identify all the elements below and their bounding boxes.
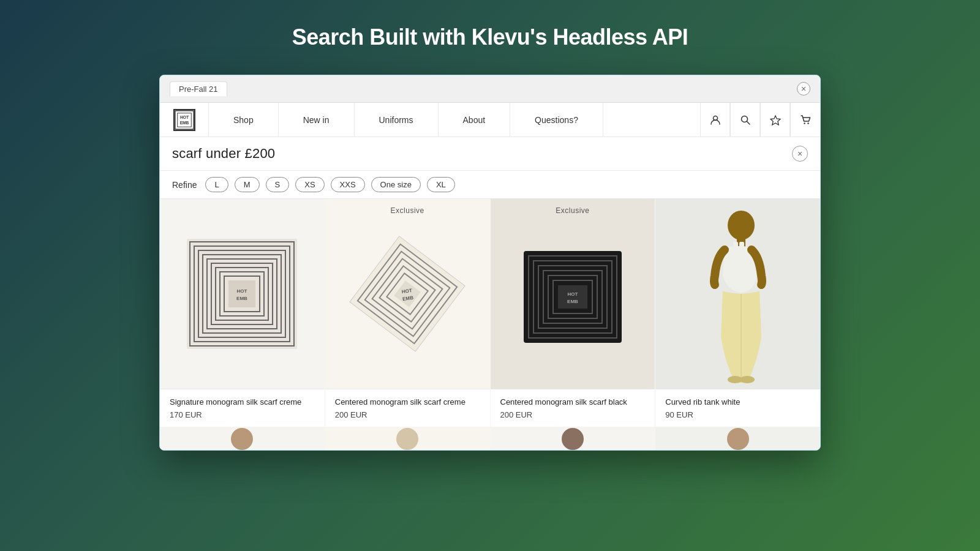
search-icon-button[interactable] bbox=[731, 103, 760, 137]
svg-text:EMB: EMB bbox=[567, 299, 578, 304]
product-name-2: Centered monogram silk scarf creme bbox=[335, 397, 480, 408]
filter-bar: Refine L M S XS XXS One size XL bbox=[160, 171, 820, 199]
product-image-3: Exclusive HOT EMB bbox=[491, 199, 655, 389]
search-query-text: scarf under £200 bbox=[172, 146, 275, 162]
wishlist-icon-button[interactable] bbox=[761, 103, 790, 137]
product-price-4: 90 EUR bbox=[665, 410, 810, 419]
browser-tab: Pre-Fall 21 bbox=[170, 81, 227, 96]
product-price-3: 200 EUR bbox=[500, 410, 646, 419]
filter-label: Refine bbox=[172, 180, 197, 190]
svg-text:HOT: HOT bbox=[180, 115, 189, 119]
nav-item-shop[interactable]: Shop bbox=[209, 103, 279, 137]
svg-line-6 bbox=[747, 121, 750, 124]
svg-text:EMB: EMB bbox=[179, 120, 189, 124]
svg-point-8 bbox=[804, 122, 805, 124]
nav-item-questions[interactable]: Questions? bbox=[510, 103, 603, 137]
user-icon-button[interactable] bbox=[701, 103, 730, 137]
product-card-2[interactable]: Exclusive HOT EMB Centered monogram silk… bbox=[325, 199, 490, 427]
product-card-4[interactable]: Curved rib tank white 90 EUR bbox=[655, 199, 820, 427]
svg-text:HOT: HOT bbox=[567, 291, 578, 297]
svg-text:HOT: HOT bbox=[237, 288, 247, 294]
product-info-4: Curved rib tank white 90 EUR bbox=[655, 389, 820, 427]
browser-window: Pre-Fall 21 × HOT EMB Shop New in Uni bbox=[159, 75, 821, 451]
avatar-circle-3 bbox=[562, 428, 584, 450]
nav-logo[interactable]: HOT EMB bbox=[160, 103, 209, 137]
filter-chip-l[interactable]: L bbox=[205, 177, 228, 192]
product-info-1: Signature monogram silk scarf creme 170 … bbox=[160, 389, 325, 427]
svg-rect-39 bbox=[558, 285, 587, 309]
product-price-2: 200 EUR bbox=[335, 410, 480, 419]
exclusive-badge-2: Exclusive bbox=[325, 206, 490, 215]
product-name-4: Curved rib tank white bbox=[665, 397, 810, 408]
avatar-circle-1 bbox=[231, 428, 253, 450]
page-title: Search Built with Klevu's Headless API bbox=[292, 24, 688, 50]
bottom-row bbox=[160, 427, 820, 450]
filter-chip-xl[interactable]: XL bbox=[427, 177, 455, 192]
product-card-3[interactable]: Exclusive HOT EMB Centered monogram silk bbox=[491, 199, 655, 427]
filter-chip-xxs[interactable]: XXS bbox=[331, 177, 365, 192]
filter-chip-s[interactable]: S bbox=[266, 177, 290, 192]
product-name-3: Centered monogram silk scarf black bbox=[500, 397, 646, 408]
bottom-avatar-1 bbox=[160, 427, 325, 450]
nav-item-uniforms[interactable]: Uniforms bbox=[355, 103, 439, 137]
browser-close-button[interactable]: × bbox=[797, 82, 810, 96]
svg-rect-46 bbox=[739, 242, 744, 251]
product-price-1: 170 EUR bbox=[170, 410, 315, 419]
nav-item-about[interactable]: About bbox=[439, 103, 511, 137]
nav-items: Shop New in Uniforms About Questions? bbox=[209, 103, 700, 137]
avatar-circle-4 bbox=[727, 428, 749, 450]
bottom-avatar-3 bbox=[491, 427, 655, 450]
svg-rect-45 bbox=[733, 242, 738, 251]
svg-point-9 bbox=[807, 122, 809, 124]
exclusive-badge-3: Exclusive bbox=[491, 206, 655, 215]
search-bar: scarf under £200 × bbox=[160, 137, 820, 171]
product-image-1: HOT EMB bbox=[160, 199, 325, 389]
filter-chip-one-size[interactable]: One size bbox=[371, 177, 421, 192]
nav-item-new-in[interactable]: New in bbox=[279, 103, 355, 137]
filter-chip-xs[interactable]: XS bbox=[295, 177, 324, 192]
product-image-4 bbox=[655, 199, 820, 389]
product-name-1: Signature monogram silk scarf creme bbox=[170, 397, 315, 408]
search-clear-button[interactable]: × bbox=[792, 146, 808, 162]
browser-chrome: Pre-Fall 21 × bbox=[160, 75, 820, 103]
product-grid: HOT EMB Signature monogram silk scarf cr… bbox=[160, 199, 820, 427]
product-info-3: Centered monogram silk scarf black 200 E… bbox=[491, 389, 655, 427]
filter-chip-m[interactable]: M bbox=[235, 177, 260, 192]
bottom-avatar-4 bbox=[655, 427, 820, 450]
bottom-avatar-2 bbox=[325, 427, 490, 450]
nav-bar: HOT EMB Shop New in Uniforms About Quest… bbox=[160, 103, 820, 137]
svg-point-49 bbox=[740, 376, 755, 383]
cart-icon-button[interactable] bbox=[791, 103, 820, 137]
avatar-circle-2 bbox=[396, 428, 418, 450]
nav-icons bbox=[700, 103, 820, 137]
product-card-1[interactable]: HOT EMB Signature monogram silk scarf cr… bbox=[160, 199, 325, 427]
svg-marker-7 bbox=[771, 116, 780, 125]
svg-point-43 bbox=[728, 211, 755, 240]
svg-rect-20 bbox=[228, 280, 255, 307]
product-info-2: Centered monogram silk scarf creme 200 E… bbox=[325, 389, 490, 427]
svg-text:EMB: EMB bbox=[236, 296, 247, 301]
product-image-2: Exclusive HOT EMB bbox=[325, 199, 490, 389]
logo-box: HOT EMB bbox=[173, 109, 195, 131]
